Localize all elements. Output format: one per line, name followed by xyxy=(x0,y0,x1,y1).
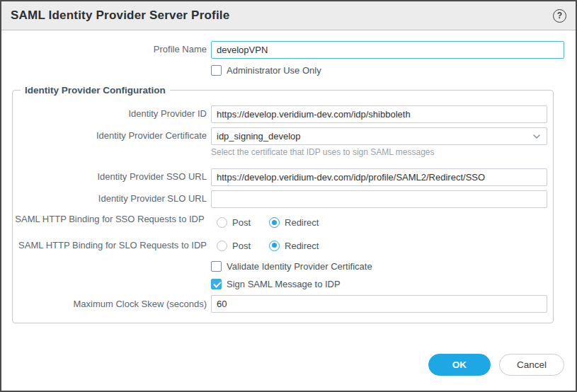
sso-binding-redirect-label: Redirect xyxy=(285,217,319,228)
dialog-title: SAML Identity Provider Server Profile xyxy=(11,8,229,23)
slo-binding-redirect-option[interactable]: Redirect xyxy=(269,241,319,251)
idp-id-input[interactable] xyxy=(211,105,547,123)
sso-binding-radio-group: Post Redirect xyxy=(217,214,319,231)
radio-selected-icon[interactable] xyxy=(269,217,280,228)
sso-binding-redirect-option[interactable]: Redirect xyxy=(269,217,319,228)
cancel-button[interactable]: Cancel xyxy=(499,354,564,376)
slo-url-label: Identity Provider SLO URL xyxy=(13,193,207,204)
sso-binding-post-label: Post xyxy=(232,217,251,228)
sso-binding-post-option[interactable]: Post xyxy=(217,217,251,228)
slo-url-row: Identity Provider SLO URL xyxy=(13,190,547,208)
slo-binding-post-option[interactable]: Post xyxy=(217,241,251,251)
radio-unselected-icon[interactable] xyxy=(217,217,227,228)
idp-configuration-section: Identity Provider Configuration Identity… xyxy=(12,85,554,323)
radio-unselected-icon[interactable] xyxy=(217,241,227,251)
clock-skew-input[interactable] xyxy=(211,295,547,313)
sso-binding-label: SAML HTTP Binding for SSO Requests to ID… xyxy=(13,214,207,225)
sign-saml-label: Sign SAML Message to IDP xyxy=(227,279,341,289)
slo-binding-redirect-label: Redirect xyxy=(285,241,319,251)
slo-binding-row: SAML HTTP Binding for SLO Requests to ID… xyxy=(13,240,547,251)
saml-idp-profile-dialog: SAML Identity Provider Server Profile ? … xyxy=(0,0,577,392)
idp-id-row: Identity Provider ID xyxy=(13,105,547,123)
clock-skew-row: Maximum Clock Skew (seconds) xyxy=(13,295,547,313)
idp-id-label: Identity Provider ID xyxy=(13,108,207,120)
profile-name-row: Profile Name xyxy=(1,41,564,59)
checkbox-unchecked-icon[interactable] xyxy=(211,65,222,76)
help-icon[interactable]: ? xyxy=(553,9,566,23)
sso-url-input[interactable] xyxy=(211,168,547,186)
checkbox-checked-icon[interactable] xyxy=(211,279,222,289)
admin-use-only-label: Administrator Use Only xyxy=(227,65,321,76)
validate-cert-checkbox[interactable]: Validate Identity Provider Certificate xyxy=(211,261,547,272)
slo-binding-label: SAML HTTP Binding for SLO Requests to ID… xyxy=(13,240,207,251)
chevron-down-icon xyxy=(532,132,542,142)
sso-url-row: Identity Provider SSO URL xyxy=(13,168,547,186)
clock-skew-label: Maximum Clock Skew (seconds) xyxy=(13,299,207,310)
sso-binding-row: SAML HTTP Binding for SSO Requests to ID… xyxy=(13,214,547,231)
idp-certificate-row: Identity Provider Certificate idp_signin… xyxy=(13,127,547,145)
slo-binding-radio-group: Post Redirect xyxy=(217,241,319,251)
dialog-footer: OK Cancel xyxy=(1,354,576,391)
idp-certificate-helper-text: Select the certificate that IDP uses to … xyxy=(211,147,547,157)
profile-name-input[interactable] xyxy=(211,41,564,59)
idp-certificate-value: idp_signing_develop xyxy=(217,131,532,142)
validate-cert-label: Validate Identity Provider Certificate xyxy=(227,261,372,272)
admin-use-only-checkbox[interactable]: Administrator Use Only xyxy=(211,65,564,76)
checkbox-unchecked-icon[interactable] xyxy=(211,261,222,272)
sign-saml-checkbox[interactable]: Sign SAML Message to IDP xyxy=(211,279,547,289)
idp-certificate-label: Identity Provider Certificate xyxy=(13,130,207,142)
dialog-titlebar: SAML Identity Provider Server Profile ? xyxy=(1,1,576,30)
idp-certificate-select[interactable]: idp_signing_develop xyxy=(211,127,547,145)
slo-url-input[interactable] xyxy=(211,190,547,208)
ok-button[interactable]: OK xyxy=(428,354,491,376)
sso-url-label: Identity Provider SSO URL xyxy=(13,171,207,183)
slo-binding-post-label: Post xyxy=(232,241,251,251)
radio-selected-icon[interactable] xyxy=(269,241,280,251)
profile-name-label: Profile Name xyxy=(1,44,207,55)
idp-configuration-legend: Identity Provider Configuration xyxy=(21,85,170,96)
dialog-body: Profile Name Administrator Use Only Iden… xyxy=(1,30,576,354)
